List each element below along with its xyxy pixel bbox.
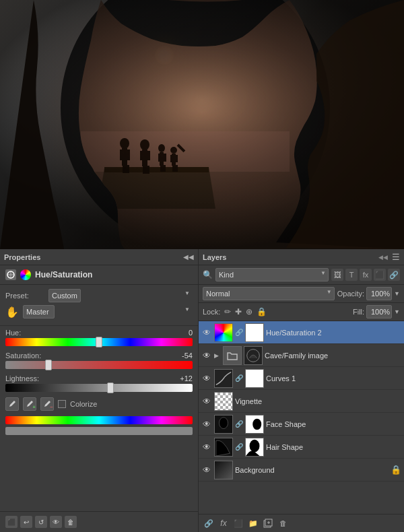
layer-visibility-hair[interactable]: 👁 (201, 442, 212, 453)
filter-type-icon[interactable]: T (345, 269, 358, 281)
layer-link-btn[interactable]: 🔗 (203, 517, 215, 529)
layer-chain-face: 🔗 (235, 420, 243, 428)
lock-artboard-icon[interactable]: ⊕ (246, 307, 252, 317)
layer-row-face-shape[interactable]: 👁 🔗 Face Shape (199, 413, 404, 436)
layers-collapse-arrows[interactable]: ◀◀ (378, 254, 388, 261)
filter-pixel-icon[interactable]: 🖼 (331, 269, 343, 281)
lock-label: Lock: (203, 308, 220, 316)
layer-mask-hair (245, 438, 264, 457)
hue-section: Hue: 0 (0, 326, 198, 349)
layer-visibility-cave-family[interactable]: 👁 (201, 350, 212, 361)
layer-visibility-hue-sat[interactable]: 👁 (201, 327, 212, 338)
layer-mask-face (245, 415, 264, 434)
filter-fx-icon[interactable]: fx (360, 269, 372, 281)
saturation-slider-track[interactable] (5, 361, 193, 369)
layer-fx-btn[interactable]: fx (217, 517, 230, 529)
blend-opacity-row: Normal Multiply Screen Opacity: ▼ (199, 285, 404, 303)
preset-select-wrap: Custom Default (48, 289, 193, 302)
layer-chain-hair: 🔗 (235, 443, 243, 451)
lightness-slider-track[interactable] (5, 384, 193, 392)
fill-label: Fill: (353, 308, 364, 316)
properties-panel-title: Properties (4, 253, 40, 261)
layers-menu-icon[interactable]: ☰ (392, 252, 400, 262)
layer-name-hair: Hair Shape (266, 443, 401, 451)
layer-row-hair-shape[interactable]: 👁 🔗 Hair Shape (199, 436, 404, 459)
hue-label-row: Hue: 0 (5, 329, 193, 337)
kind-select-wrap: Kind Name (215, 268, 329, 281)
eyedropper-sample-btn[interactable] (5, 397, 19, 411)
layer-thumb-cave-family-preview (244, 346, 263, 365)
folder-expand-arrow[interactable]: ▶ (214, 352, 221, 359)
saturation-value: -54 (182, 352, 193, 360)
layer-filter-icons: 🖼 T fx ⬛ 🔗 (331, 269, 400, 281)
lock-pixels-icon[interactable]: ✏ (224, 307, 231, 317)
adjustment-name: Hue/Saturation (35, 270, 92, 279)
hand-tool-icon[interactable]: ✋ (5, 306, 19, 319)
fill-input[interactable] (366, 305, 392, 319)
lightness-label-row: Lightness: +12 (5, 374, 193, 383)
new-layer-btn[interactable] (262, 517, 274, 529)
layers-search-bar: 🔍 Kind Name 🖼 T fx ⬛ 🔗 (199, 265, 404, 285)
visibility-toggle-icon[interactable]: 👁 (50, 516, 62, 528)
blend-mode-select[interactable]: Normal Multiply Screen (203, 287, 335, 300)
svg-point-42 (250, 439, 260, 452)
adjustment-visibility-icon[interactable] (5, 269, 16, 280)
layer-thumb-background (214, 461, 233, 479)
undo-icon[interactable]: ↩ (20, 516, 32, 528)
eyedropper-add-btn[interactable]: + (23, 397, 36, 411)
saturation-slider-thumb[interactable] (45, 360, 52, 370)
background-lock-icon: 🔒 (391, 465, 401, 475)
new-group-btn[interactable]: 📁 (247, 517, 259, 529)
delete-layer-btn[interactable]: 🗑 (277, 517, 289, 529)
layer-name-curves: Curves 1 (266, 374, 401, 383)
layer-row-vignette[interactable]: 👁 Vignette (199, 390, 404, 413)
delete-adjustment-icon[interactable]: 🗑 (65, 516, 77, 528)
layer-chain-hue-sat: 🔗 (235, 329, 243, 336)
layer-visibility-face[interactable]: 👁 (201, 419, 212, 430)
opacity-input[interactable] (366, 287, 392, 300)
eyedropper-subtract-btn[interactable]: − (40, 397, 54, 411)
kind-filter-select[interactable]: Kind Name (215, 268, 329, 281)
new-layer-icon[interactable]: ⬛ (5, 516, 18, 528)
layer-visibility-background[interactable]: 👁 (201, 465, 212, 475)
svg-point-37 (220, 417, 228, 428)
reset-icon[interactable]: ↺ (35, 516, 47, 528)
layer-mask-btn[interactable]: ⬛ (232, 517, 244, 529)
layers-bottom-bar: 🔗 fx ⬛ 📁 🗑 (199, 514, 404, 532)
lock-all-icon[interactable]: 🔒 (257, 307, 267, 317)
layer-row-curves[interactable]: 👁 🔗 Curves 1 (199, 367, 404, 390)
filter-smart-icon[interactable]: 🔗 (388, 269, 400, 281)
properties-panel: Properties ◀◀ Hue/Saturation Preset: (0, 249, 199, 532)
properties-bottom-toolbar: ⬛ ↩ ↺ 👁 🗑 (0, 511, 198, 532)
layer-name-face: Face Shape (266, 420, 401, 428)
lightness-slider-thumb[interactable] (107, 383, 114, 393)
layer-name-background: Background (235, 466, 389, 474)
rainbow-spectrum-bar (5, 416, 193, 424)
lock-position-icon[interactable]: ✚ (235, 307, 242, 317)
hue-slider-thumb[interactable] (96, 337, 102, 347)
canvas-image-area (0, 0, 404, 249)
layer-row-background[interactable]: 👁 Background 🔒 (199, 459, 404, 481)
fill-expand-arrow[interactable]: ▼ (394, 308, 400, 315)
filter-adjustment-icon[interactable]: ⬛ (374, 269, 386, 281)
layers-header: Layers ◀◀ ☰ (199, 249, 404, 265)
saturation-label: Saturation: (5, 352, 41, 360)
preset-select[interactable]: Custom Default (48, 289, 81, 302)
layer-visibility-vignette[interactable]: 👁 (201, 396, 212, 407)
head-silhouette-svg (0, 0, 404, 249)
properties-collapse-arrows[interactable]: ◀◀ (183, 253, 194, 261)
lock-fill-row: Lock: ✏ ✚ ⊕ 🔒 Fill: ▼ (199, 303, 404, 321)
layer-chain-curves: 🔗 (235, 374, 243, 382)
layer-row-hue-saturation-2[interactable]: 👁 🔗 Hue/Saturation 2 (199, 321, 404, 344)
colorize-checkbox[interactable] (58, 400, 66, 408)
layer-name-vignette: Vignette (235, 397, 401, 405)
opacity-expand-arrow[interactable]: ▼ (394, 290, 400, 297)
hue-saturation-icon (20, 269, 31, 280)
fill-row: Fill: ▼ (353, 305, 400, 319)
channel-select[interactable]: Master Reds Yellows (23, 305, 55, 319)
layers-panel: Layers ◀◀ ☰ 🔍 Kind Name 🖼 T fx ⬛ 🔗 (199, 249, 404, 532)
layer-thumb-vignette (214, 392, 233, 411)
layer-visibility-curves[interactable]: 👁 (201, 373, 212, 384)
hue-slider-track[interactable] (5, 338, 193, 346)
layer-row-cave-family[interactable]: 👁 ▶ Cave/Family image (199, 344, 404, 367)
